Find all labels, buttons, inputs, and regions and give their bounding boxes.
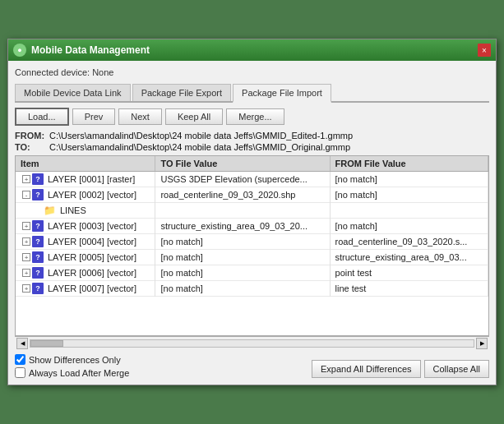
from-path: C:\Users\amandalind\Desktop\24 mobile da… bbox=[49, 131, 353, 141]
expand-icon[interactable]: + bbox=[22, 175, 30, 183]
table-cell-to: [no match] bbox=[155, 234, 330, 250]
to-label: TO: bbox=[15, 142, 46, 152]
expand-icon[interactable]: + bbox=[22, 253, 30, 261]
title-bar-left: ● Mobile Data Management bbox=[13, 44, 150, 57]
always-load-label: Always Load After Merge bbox=[29, 368, 129, 378]
show-diff-row[interactable]: Show Differences Only bbox=[15, 354, 129, 365]
col-header-from: FROM File Value bbox=[330, 156, 488, 172]
item-label: LAYER [0006] [vector] bbox=[48, 268, 136, 278]
table-cell-item: +?LAYER [0004] [vector] bbox=[16, 234, 155, 250]
tab-package-import[interactable]: Package File Import bbox=[233, 84, 331, 103]
table-row: 📁LINES bbox=[16, 203, 488, 219]
item-label: LAYER [0004] [vector] bbox=[48, 237, 136, 247]
table-cell-item: +?LAYER [0005] [vector] bbox=[16, 250, 155, 265]
question-icon: ? bbox=[32, 220, 44, 232]
table-cell-item: +?LAYER [0003] [vector] bbox=[16, 219, 155, 234]
table-row: +?LAYER [0004] [vector][no match]road_ce… bbox=[16, 234, 488, 250]
scroll-left-arrow[interactable]: ◀ bbox=[16, 338, 28, 349]
table-cell-item: +?LAYER [0006] [vector] bbox=[16, 265, 155, 281]
data-table-container[interactable]: Item TO File Value FROM File Value +?LAY… bbox=[15, 155, 489, 336]
load-button[interactable]: Load... bbox=[15, 108, 69, 126]
item-label: LINES bbox=[60, 205, 86, 215]
tab-package-export[interactable]: Package File Export bbox=[132, 84, 231, 101]
table-cell-item: -?LAYER [0002] [vector] bbox=[16, 187, 155, 203]
item-label: LAYER [0003] [vector] bbox=[48, 221, 136, 231]
expand-icon[interactable]: + bbox=[22, 237, 30, 246]
item-label: LAYER [0002] [vector] bbox=[48, 190, 136, 200]
table-cell-to: structure_existing_area_09_03_20... bbox=[155, 219, 330, 234]
question-icon: ? bbox=[32, 236, 44, 247]
horizontal-scrollbar[interactable]: ◀ ▶ bbox=[15, 336, 489, 349]
folder-icon: 📁 bbox=[44, 205, 56, 216]
table-cell-from: [no match] bbox=[330, 219, 488, 234]
table-row: -?LAYER [0002] [vector]road_centerline_0… bbox=[16, 187, 488, 203]
expand-icon[interactable]: + bbox=[22, 269, 30, 277]
table-cell-to: USGS 3DEP Elevation (supercede... bbox=[155, 172, 330, 187]
scroll-right-arrow[interactable]: ▶ bbox=[476, 338, 488, 349]
question-icon: ? bbox=[32, 267, 44, 279]
table-cell-to bbox=[155, 203, 330, 219]
from-path-row: FROM: C:\Users\amandalind\Desktop\24 mob… bbox=[15, 131, 489, 141]
table-cell-item: +?LAYER [0001] [raster] bbox=[16, 172, 155, 187]
item-label: LAYER [0007] [vector] bbox=[48, 283, 136, 293]
keep-all-button[interactable]: Keep All bbox=[165, 108, 223, 125]
table-cell-from: structure_existing_area_09_03... bbox=[330, 250, 488, 265]
col-header-item: Item bbox=[16, 156, 155, 172]
connected-device-label: Connected device: None bbox=[15, 66, 489, 79]
table-row: +?LAYER [0007] [vector][no match]line te… bbox=[16, 281, 488, 297]
show-diff-label: Show Differences Only bbox=[29, 355, 121, 365]
table-cell-to: [no match] bbox=[155, 281, 330, 297]
window-body: Connected device: None Mobile Device Dat… bbox=[8, 61, 496, 385]
table-cell-from: [no match] bbox=[330, 187, 488, 203]
window-title: Mobile Data Management bbox=[31, 44, 150, 56]
checkboxes-group: Show Differences Only Always Load After … bbox=[15, 354, 129, 378]
col-header-to: TO File Value bbox=[155, 156, 330, 172]
table-row: +?LAYER [0003] [vector]structure_existin… bbox=[16, 219, 488, 234]
table-cell-from: road_centerline_09_03_2020.s... bbox=[330, 234, 488, 250]
data-table: Item TO File Value FROM File Value +?LAY… bbox=[16, 156, 488, 297]
table-cell-to: [no match] bbox=[155, 265, 330, 281]
question-icon: ? bbox=[32, 173, 44, 185]
app-icon: ● bbox=[13, 44, 26, 57]
table-row: +?LAYER [0001] [raster]USGS 3DEP Elevati… bbox=[16, 172, 488, 187]
bottom-section: Show Differences Only Always Load After … bbox=[15, 354, 489, 378]
collapse-all-button[interactable]: Collapse All bbox=[424, 360, 489, 378]
expand-icon[interactable]: + bbox=[22, 222, 30, 230]
scroll-thumb[interactable] bbox=[30, 340, 63, 347]
item-label: LAYER [0005] [vector] bbox=[48, 252, 136, 262]
main-window: ● Mobile Data Management × Connected dev… bbox=[7, 39, 497, 385]
table-cell-from: point test bbox=[330, 265, 488, 281]
table-cell-to: road_centerline_09_03_2020.shp bbox=[155, 187, 330, 203]
question-icon: ? bbox=[32, 189, 44, 200]
table-cell-item: +?LAYER [0007] [vector] bbox=[16, 281, 155, 297]
table-cell-to: [no match] bbox=[155, 250, 330, 265]
action-buttons: Expand All Differences Collapse All bbox=[312, 360, 489, 378]
question-icon: ? bbox=[32, 283, 44, 294]
prev-button[interactable]: Prev bbox=[72, 108, 116, 125]
expand-icon[interactable]: - bbox=[22, 191, 30, 199]
tab-mobile-device[interactable]: Mobile Device Data Link bbox=[15, 84, 131, 101]
title-bar: ● Mobile Data Management × bbox=[8, 39, 496, 61]
merge-button[interactable]: Merge... bbox=[226, 108, 284, 125]
from-label: FROM: bbox=[15, 131, 46, 141]
always-load-row[interactable]: Always Load After Merge bbox=[15, 367, 129, 378]
always-load-checkbox[interactable] bbox=[15, 367, 25, 378]
table-cell-from: line test bbox=[330, 281, 488, 297]
question-icon: ? bbox=[32, 251, 44, 263]
show-diff-checkbox[interactable] bbox=[15, 354, 25, 365]
to-path-row: TO: C:\Users\amandalind\Desktop\24 mobil… bbox=[15, 142, 489, 152]
table-cell-item: 📁LINES bbox=[16, 203, 155, 219]
table-cell-from bbox=[330, 203, 488, 219]
tab-bar: Mobile Device Data Link Package File Exp… bbox=[15, 84, 489, 103]
expand-all-button[interactable]: Expand All Differences bbox=[312, 360, 420, 378]
close-button[interactable]: × bbox=[478, 44, 491, 57]
to-path: C:\Users\amandalind\Desktop\24 mobile da… bbox=[49, 142, 350, 152]
expand-icon[interactable]: + bbox=[22, 284, 30, 293]
next-button[interactable]: Next bbox=[118, 108, 162, 125]
scroll-track[interactable] bbox=[30, 339, 474, 348]
item-label: LAYER [0001] [raster] bbox=[48, 174, 135, 184]
toolbar: Load... Prev Next Keep All Merge... bbox=[15, 108, 489, 126]
table-cell-from: [no match] bbox=[330, 172, 488, 187]
table-row: +?LAYER [0005] [vector][no match]structu… bbox=[16, 250, 488, 265]
table-row: +?LAYER [0006] [vector][no match]point t… bbox=[16, 265, 488, 281]
